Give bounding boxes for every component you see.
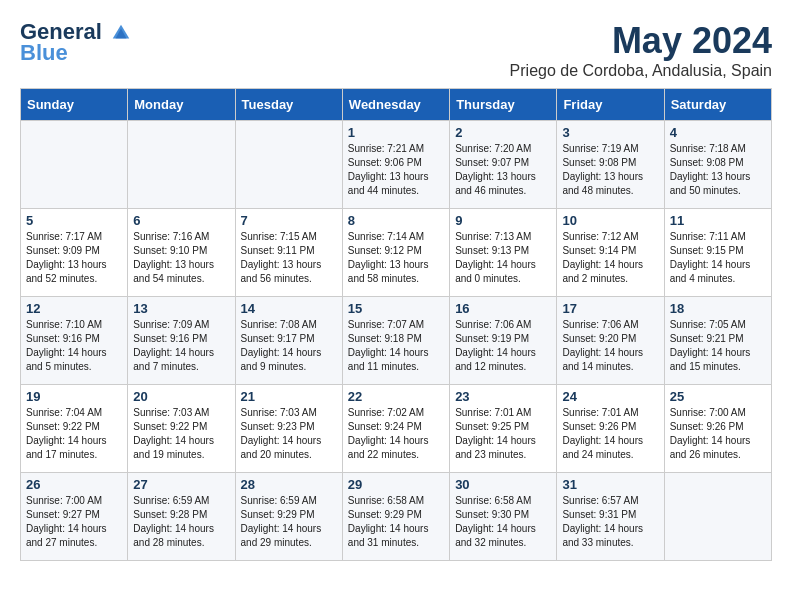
day-info: Sunrise: 7:06 AM Sunset: 9:19 PM Dayligh… <box>455 318 551 374</box>
calendar-cell <box>664 473 771 561</box>
day-number: 13 <box>133 301 229 316</box>
day-number: 20 <box>133 389 229 404</box>
calendar-cell: 28Sunrise: 6:59 AM Sunset: 9:29 PM Dayli… <box>235 473 342 561</box>
calendar-cell: 16Sunrise: 7:06 AM Sunset: 9:19 PM Dayli… <box>450 297 557 385</box>
day-number: 21 <box>241 389 337 404</box>
day-info: Sunrise: 7:15 AM Sunset: 9:11 PM Dayligh… <box>241 230 337 286</box>
calendar-cell: 4Sunrise: 7:18 AM Sunset: 9:08 PM Daylig… <box>664 121 771 209</box>
weekday-header-saturday: Saturday <box>664 89 771 121</box>
day-info: Sunrise: 6:59 AM Sunset: 9:29 PM Dayligh… <box>241 494 337 550</box>
day-number: 19 <box>26 389 122 404</box>
calendar-week-row: 5Sunrise: 7:17 AM Sunset: 9:09 PM Daylig… <box>21 209 772 297</box>
calendar-cell: 24Sunrise: 7:01 AM Sunset: 9:26 PM Dayli… <box>557 385 664 473</box>
day-number: 30 <box>455 477 551 492</box>
weekday-header-thursday: Thursday <box>450 89 557 121</box>
day-info: Sunrise: 7:08 AM Sunset: 9:17 PM Dayligh… <box>241 318 337 374</box>
day-number: 3 <box>562 125 658 140</box>
day-number: 27 <box>133 477 229 492</box>
day-number: 7 <box>241 213 337 228</box>
day-info: Sunrise: 7:19 AM Sunset: 9:08 PM Dayligh… <box>562 142 658 198</box>
day-info: Sunrise: 7:13 AM Sunset: 9:13 PM Dayligh… <box>455 230 551 286</box>
day-info: Sunrise: 7:20 AM Sunset: 9:07 PM Dayligh… <box>455 142 551 198</box>
page-header: General Blue May 2024 Priego de Cordoba,… <box>20 20 772 80</box>
day-number: 12 <box>26 301 122 316</box>
day-info: Sunrise: 7:00 AM Sunset: 9:26 PM Dayligh… <box>670 406 766 462</box>
day-number: 31 <box>562 477 658 492</box>
day-info: Sunrise: 7:01 AM Sunset: 9:25 PM Dayligh… <box>455 406 551 462</box>
calendar-cell: 7Sunrise: 7:15 AM Sunset: 9:11 PM Daylig… <box>235 209 342 297</box>
calendar-cell: 23Sunrise: 7:01 AM Sunset: 9:25 PM Dayli… <box>450 385 557 473</box>
calendar-table: SundayMondayTuesdayWednesdayThursdayFrid… <box>20 88 772 561</box>
day-number: 10 <box>562 213 658 228</box>
calendar-week-row: 19Sunrise: 7:04 AM Sunset: 9:22 PM Dayli… <box>21 385 772 473</box>
day-info: Sunrise: 7:09 AM Sunset: 9:16 PM Dayligh… <box>133 318 229 374</box>
day-number: 28 <box>241 477 337 492</box>
day-number: 16 <box>455 301 551 316</box>
calendar-cell: 22Sunrise: 7:02 AM Sunset: 9:24 PM Dayli… <box>342 385 449 473</box>
calendar-cell: 8Sunrise: 7:14 AM Sunset: 9:12 PM Daylig… <box>342 209 449 297</box>
calendar-cell: 25Sunrise: 7:00 AM Sunset: 9:26 PM Dayli… <box>664 385 771 473</box>
calendar-cell: 15Sunrise: 7:07 AM Sunset: 9:18 PM Dayli… <box>342 297 449 385</box>
day-number: 23 <box>455 389 551 404</box>
day-info: Sunrise: 6:57 AM Sunset: 9:31 PM Dayligh… <box>562 494 658 550</box>
day-number: 29 <box>348 477 444 492</box>
location: Priego de Cordoba, Andalusia, Spain <box>510 62 772 80</box>
calendar-cell: 29Sunrise: 6:58 AM Sunset: 9:29 PM Dayli… <box>342 473 449 561</box>
calendar-cell: 27Sunrise: 6:59 AM Sunset: 9:28 PM Dayli… <box>128 473 235 561</box>
calendar-cell: 3Sunrise: 7:19 AM Sunset: 9:08 PM Daylig… <box>557 121 664 209</box>
calendar-cell <box>21 121 128 209</box>
weekday-header-friday: Friday <box>557 89 664 121</box>
calendar-cell: 17Sunrise: 7:06 AM Sunset: 9:20 PM Dayli… <box>557 297 664 385</box>
day-number: 24 <box>562 389 658 404</box>
day-number: 14 <box>241 301 337 316</box>
day-number: 25 <box>670 389 766 404</box>
day-number: 26 <box>26 477 122 492</box>
day-info: Sunrise: 7:21 AM Sunset: 9:06 PM Dayligh… <box>348 142 444 198</box>
day-info: Sunrise: 6:59 AM Sunset: 9:28 PM Dayligh… <box>133 494 229 550</box>
weekday-header-wednesday: Wednesday <box>342 89 449 121</box>
weekday-header-row: SundayMondayTuesdayWednesdayThursdayFrid… <box>21 89 772 121</box>
day-number: 1 <box>348 125 444 140</box>
day-info: Sunrise: 7:06 AM Sunset: 9:20 PM Dayligh… <box>562 318 658 374</box>
day-info: Sunrise: 7:04 AM Sunset: 9:22 PM Dayligh… <box>26 406 122 462</box>
month-title: May 2024 <box>510 20 772 62</box>
day-info: Sunrise: 6:58 AM Sunset: 9:30 PM Dayligh… <box>455 494 551 550</box>
day-info: Sunrise: 7:17 AM Sunset: 9:09 PM Dayligh… <box>26 230 122 286</box>
weekday-header-tuesday: Tuesday <box>235 89 342 121</box>
calendar-cell: 11Sunrise: 7:11 AM Sunset: 9:15 PM Dayli… <box>664 209 771 297</box>
day-info: Sunrise: 7:05 AM Sunset: 9:21 PM Dayligh… <box>670 318 766 374</box>
day-info: Sunrise: 7:07 AM Sunset: 9:18 PM Dayligh… <box>348 318 444 374</box>
calendar-cell: 21Sunrise: 7:03 AM Sunset: 9:23 PM Dayli… <box>235 385 342 473</box>
calendar-cell: 30Sunrise: 6:58 AM Sunset: 9:30 PM Dayli… <box>450 473 557 561</box>
day-info: Sunrise: 7:11 AM Sunset: 9:15 PM Dayligh… <box>670 230 766 286</box>
calendar-cell <box>235 121 342 209</box>
calendar-week-row: 1Sunrise: 7:21 AM Sunset: 9:06 PM Daylig… <box>21 121 772 209</box>
logo: General Blue <box>20 20 132 66</box>
day-info: Sunrise: 7:16 AM Sunset: 9:10 PM Dayligh… <box>133 230 229 286</box>
day-info: Sunrise: 7:12 AM Sunset: 9:14 PM Dayligh… <box>562 230 658 286</box>
calendar-cell: 20Sunrise: 7:03 AM Sunset: 9:22 PM Dayli… <box>128 385 235 473</box>
calendar-cell: 18Sunrise: 7:05 AM Sunset: 9:21 PM Dayli… <box>664 297 771 385</box>
calendar-cell: 2Sunrise: 7:20 AM Sunset: 9:07 PM Daylig… <box>450 121 557 209</box>
day-number: 18 <box>670 301 766 316</box>
day-number: 2 <box>455 125 551 140</box>
calendar-week-row: 12Sunrise: 7:10 AM Sunset: 9:16 PM Dayli… <box>21 297 772 385</box>
calendar-cell: 26Sunrise: 7:00 AM Sunset: 9:27 PM Dayli… <box>21 473 128 561</box>
calendar-cell: 1Sunrise: 7:21 AM Sunset: 9:06 PM Daylig… <box>342 121 449 209</box>
day-number: 8 <box>348 213 444 228</box>
day-info: Sunrise: 6:58 AM Sunset: 9:29 PM Dayligh… <box>348 494 444 550</box>
weekday-header-monday: Monday <box>128 89 235 121</box>
day-number: 11 <box>670 213 766 228</box>
calendar-cell: 10Sunrise: 7:12 AM Sunset: 9:14 PM Dayli… <box>557 209 664 297</box>
day-number: 6 <box>133 213 229 228</box>
day-info: Sunrise: 7:00 AM Sunset: 9:27 PM Dayligh… <box>26 494 122 550</box>
calendar-cell: 31Sunrise: 6:57 AM Sunset: 9:31 PM Dayli… <box>557 473 664 561</box>
calendar-cell: 6Sunrise: 7:16 AM Sunset: 9:10 PM Daylig… <box>128 209 235 297</box>
calendar-cell: 14Sunrise: 7:08 AM Sunset: 9:17 PM Dayli… <box>235 297 342 385</box>
weekday-header-sunday: Sunday <box>21 89 128 121</box>
day-info: Sunrise: 7:01 AM Sunset: 9:26 PM Dayligh… <box>562 406 658 462</box>
day-number: 9 <box>455 213 551 228</box>
day-info: Sunrise: 7:03 AM Sunset: 9:23 PM Dayligh… <box>241 406 337 462</box>
calendar-cell: 9Sunrise: 7:13 AM Sunset: 9:13 PM Daylig… <box>450 209 557 297</box>
calendar-cell: 19Sunrise: 7:04 AM Sunset: 9:22 PM Dayli… <box>21 385 128 473</box>
